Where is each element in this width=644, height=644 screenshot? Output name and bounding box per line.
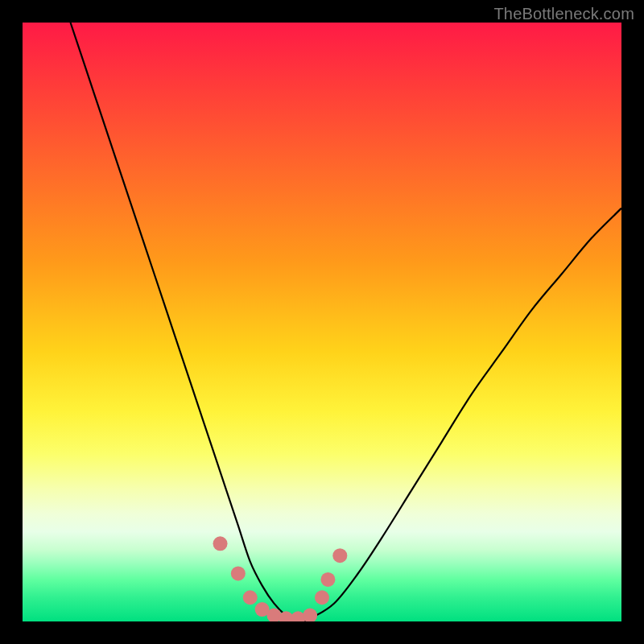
watermark-text: TheBottleneck.com [493, 5, 634, 23]
marker-dot [315, 590, 329, 605]
marker-dot [320, 572, 335, 587]
bottleneck-curve [71, 23, 621, 621]
marker-dot [303, 609, 317, 621]
marker-dot [231, 566, 246, 580]
chart-svg [23, 23, 621, 621]
marker-dot [243, 590, 258, 605]
marker-dot [332, 548, 347, 563]
marker-dot [213, 536, 228, 551]
curve-path [71, 23, 621, 621]
